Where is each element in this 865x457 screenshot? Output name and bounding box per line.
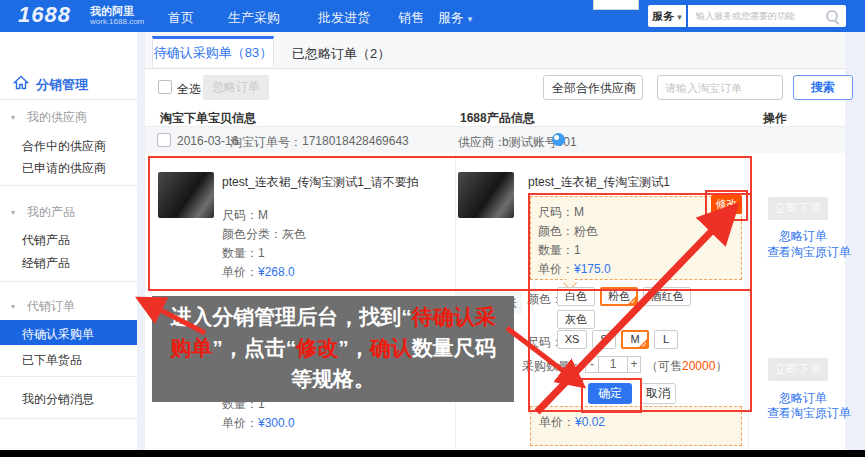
modify-button[interactable]: 修改: [711, 195, 742, 214]
order-checkbox[interactable]: [157, 133, 171, 147]
order2-ali-price-value: ¥0.02: [575, 415, 605, 429]
top-navbar: 1688 我的阿里 work.1688.com 首页 生产采购 批发进货 销售 …: [0, 0, 865, 32]
logo-1688[interactable]: 1688: [18, 2, 71, 28]
account-domain: work.1688.com: [90, 17, 144, 26]
taobao-size-line: 尺码：M: [222, 207, 268, 224]
column-header-1688-product: 1688产品信息: [460, 110, 535, 127]
column-header-actions: 操作: [763, 110, 787, 127]
divider: [0, 281, 137, 282]
order2-price-line: 单价：¥300.0: [222, 415, 295, 432]
open-dropdown-artifact: [593, 0, 639, 10]
divider: [0, 185, 137, 186]
taobao-price-line: 单价：¥268.0: [222, 264, 295, 281]
size-option-l[interactable]: L: [654, 330, 678, 349]
column-header-taobao-item: 淘宝下单宝贝信息: [160, 110, 256, 127]
triangle-down-icon: ▾: [11, 302, 15, 311]
tab-pending-purchase-orders[interactable]: 待确认采购单（83）: [152, 36, 274, 67]
size-option-s[interactable]: S: [592, 330, 616, 349]
chevron-down-icon: ▾: [468, 14, 473, 24]
nav-home[interactable]: 首页: [168, 9, 194, 27]
sidebar-item-ordered-goods[interactable]: 已下单货品: [22, 352, 82, 369]
color-option-wine-red[interactable]: 酒红色: [643, 287, 691, 306]
sidebar-group-products[interactable]: 我的产品: [27, 204, 75, 221]
wangwang-chat-icon[interactable]: [552, 133, 565, 146]
qty-plus-button[interactable]: +: [627, 356, 641, 373]
size-option-m[interactable]: M✓: [621, 330, 649, 349]
sidebar-group-consignment-orders[interactable]: 代销订单: [27, 298, 75, 315]
order2-spec-highlight-box: 单价：¥0.02: [530, 406, 742, 446]
taobao-product-image[interactable]: [158, 172, 214, 218]
taobao-order-search-field: [657, 75, 783, 100]
view-taobao-order-link-2[interactable]: 查看淘宝原订单: [767, 405, 851, 422]
tab-strip: 待确认采购单（83） 已忽略订单（2）: [145, 32, 845, 69]
purchase-qty-label: 采购数量：: [522, 358, 582, 375]
qty-value-field[interactable]: 1: [598, 356, 628, 373]
select-all-checkbox[interactable]: [158, 80, 172, 94]
tutorial-callout: 进入分销管理后台，找到“待确认采购单”，点击“修改”，确认数量尺码等规格。: [152, 296, 514, 402]
confirm-button[interactable]: 确定: [588, 383, 632, 404]
color-option-white[interactable]: 白色: [557, 287, 595, 306]
divider: [0, 99, 137, 100]
taobao-order-input[interactable]: [658, 76, 782, 99]
tab-ignored-orders[interactable]: 已忽略订单（2）: [292, 45, 390, 63]
search-icon[interactable]: [826, 10, 838, 22]
bottom-black-bar: [0, 450, 865, 457]
topbar-search-input[interactable]: [694, 6, 823, 26]
available-stock: （可售20000）: [646, 358, 727, 375]
topbar-search-box: [688, 5, 846, 27]
nav-sales[interactable]: 销售: [398, 9, 424, 27]
sidebar-item-cooperating-suppliers[interactable]: 合作中的供应商: [22, 138, 106, 155]
divider: [0, 376, 137, 377]
select-all-label: 全选: [177, 81, 201, 98]
ali-color-line: 颜色：粉色: [538, 223, 598, 240]
ali-qty-line: 数量：1: [538, 242, 581, 259]
triangle-down-icon: ▾: [11, 208, 15, 217]
order-meta-row: 2016-03-16 淘宝订单号： 1718018428469643 供应商： …: [145, 126, 845, 153]
order-number-label: 淘宝订单号：: [230, 134, 302, 151]
color-option-gray[interactable]: 灰色: [557, 310, 595, 329]
order-number: 1718018428469643: [302, 134, 409, 148]
home-icon: [13, 75, 29, 93]
search-button[interactable]: 搜索: [793, 75, 853, 100]
taobao-price-value: ¥268.0: [258, 265, 295, 279]
supplier-name[interactable]: b测试账号001: [502, 134, 577, 151]
sidebar-item-consignment-products[interactable]: 代销产品: [22, 232, 70, 249]
ali-product-image[interactable]: [458, 172, 514, 218]
cancel-button[interactable]: 取消: [640, 383, 676, 404]
ali-price-value: ¥175.0: [574, 262, 611, 276]
ali-product-title: ptest_连衣裙_传淘宝测试1: [528, 174, 670, 191]
ali-size-line: 尺码：M: [538, 204, 584, 221]
supplier-filter-dropdown[interactable]: 全部合作供应商: [543, 75, 643, 100]
order2-price-value: ¥300.0: [258, 416, 295, 430]
order2-ali-price-line: 单价：¥0.02: [539, 414, 605, 431]
ignore-orders-button[interactable]: 忽略订单: [203, 75, 269, 100]
place-order-button[interactable]: 立即下单: [768, 197, 828, 220]
ignore-order-link[interactable]: 忽略订单: [779, 228, 827, 245]
color-option-pink[interactable]: 粉色✓: [600, 287, 638, 306]
view-taobao-order-link[interactable]: 查看淘宝原订单: [767, 244, 851, 261]
sidebar: 分销管理 ▾ 我的供应商 合作中的供应商 已申请的供应商 ▾ 我的产品 代销产品…: [0, 32, 137, 450]
nav-wholesale[interactable]: 批发进货: [318, 9, 370, 27]
sidebar-item-distribution-products[interactable]: 经销产品: [22, 255, 70, 272]
sidebar-title-distribution[interactable]: 分销管理: [36, 76, 88, 94]
app-window: 1688 我的阿里 work.1688.com 首页 生产采购 批发进货 销售 …: [0, 0, 865, 457]
ali-price-line: 单价：¥175.0: [538, 261, 611, 278]
taobao-color-line: 颜色分类：灰色: [222, 226, 306, 243]
divider: [0, 418, 137, 419]
qty-minus-button[interactable]: -: [585, 356, 599, 373]
taobao-product-title: ptest_连衣裙_传淘宝测试1_请不要拍: [222, 174, 419, 191]
taobao-qty-line: 数量：1: [222, 245, 265, 262]
sidebar-item-distribution-messages[interactable]: 我的分销消息: [22, 391, 94, 408]
supplier-label: 供应商：: [458, 134, 506, 151]
place-order-button-2[interactable]: 立即下单: [768, 358, 828, 381]
sidebar-item-applied-suppliers[interactable]: 已申请的供应商: [22, 160, 106, 177]
sidebar-group-suppliers[interactable]: 我的供应商: [27, 109, 87, 126]
nav-production-purchase[interactable]: 生产采购: [228, 9, 280, 27]
nav-services[interactable]: 服务 ▾: [438, 9, 472, 27]
sidebar-item-pending-purchase-orders[interactable]: 待确认采购单: [0, 320, 137, 345]
chevron-down-icon: ▾: [677, 12, 682, 22]
size-option-xs[interactable]: XS: [557, 330, 587, 349]
triangle-down-icon: ▾: [11, 113, 15, 122]
stock-number: 20000: [682, 359, 715, 373]
service-scope-dropdown[interactable]: 服务 ▾: [648, 5, 686, 27]
